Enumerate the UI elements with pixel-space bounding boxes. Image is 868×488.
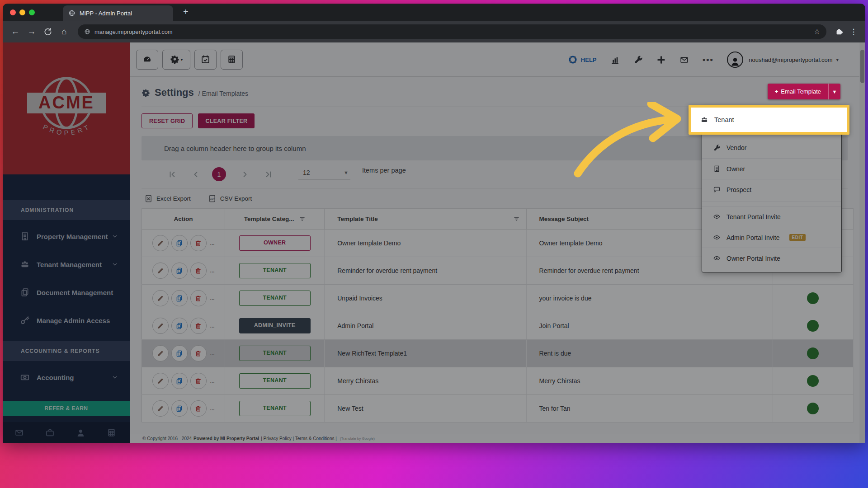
delete-button[interactable] [190, 318, 207, 334]
filter-icon[interactable] [299, 216, 306, 222]
table-row[interactable]: ... TENANT Merry Chirstas Merry Chirstas [142, 367, 854, 395]
dropdown-item-tenant-portal-invite[interactable]: Tenant Portal Invite [702, 206, 841, 227]
new-tab-button[interactable]: + [183, 7, 189, 21]
copy-button[interactable] [171, 290, 188, 306]
dropdown-item-owner[interactable]: Owner [702, 158, 841, 179]
delete-button[interactable] [190, 373, 207, 389]
edit-button[interactable] [152, 235, 169, 251]
edit-button[interactable] [152, 318, 169, 334]
calculator-icon[interactable] [107, 428, 116, 437]
sidebar-item-property-management[interactable]: Property Management [3, 225, 130, 248]
add-email-template-button[interactable]: + Email Template [768, 84, 828, 99]
bookmark-star-icon[interactable]: ☆ [814, 28, 820, 36]
table-row[interactable]: ... TENANT Unpaid Invoices your invoice … [142, 285, 854, 312]
sidebar-item-accounting[interactable]: Accounting [3, 366, 130, 389]
copy-button[interactable] [171, 345, 188, 361]
extensions-puzzle-icon[interactable] [834, 28, 844, 36]
copy-button[interactable] [171, 318, 188, 334]
home-button[interactable]: ⌂ [58, 27, 71, 37]
page-scrollbar[interactable] [859, 42, 865, 443]
user-avatar[interactable] [727, 52, 743, 68]
user-menu-caret-icon[interactable]: ▾ [836, 57, 839, 63]
add-email-template-split-button[interactable]: + Email Template ▼ [768, 84, 840, 99]
excel-export-button[interactable]: Excel Export [144, 194, 191, 203]
first-page-icon[interactable] [168, 170, 177, 179]
dropdown-item-owner-portal-invite[interactable]: Owner Portal Invite [702, 248, 841, 268]
csv-export-button[interactable]: CSV Export [208, 194, 252, 203]
delete-button[interactable] [190, 290, 207, 306]
sidebar-item-tenant-management[interactable]: Tenant Management [3, 253, 130, 276]
edit-button[interactable] [152, 345, 169, 361]
dropdown-item-prospect[interactable]: Prospect [702, 179, 841, 200]
more-actions-icon[interactable]: ... [210, 295, 215, 301]
delete-button[interactable] [190, 263, 207, 279]
previous-page-icon[interactable] [191, 170, 200, 179]
messages-envelope-icon[interactable] [679, 55, 689, 65]
clear-filter-button[interactable]: CLEAR FILTER [198, 113, 255, 128]
refer-and-earn-banner[interactable]: REFER & EARN [3, 401, 130, 416]
dashboard-button[interactable] [136, 50, 158, 70]
column-header-category[interactable]: Template Categ... [225, 209, 325, 230]
dropdown-item-tenant[interactable]: Tenant [691, 108, 847, 132]
delete-button[interactable] [190, 235, 207, 251]
delete-button[interactable] [190, 400, 207, 417]
scrollbar-thumb[interactable] [860, 50, 864, 83]
reports-chart-icon[interactable] [610, 55, 620, 65]
more-actions-icon[interactable]: ... [210, 323, 215, 329]
back-button[interactable]: ← [9, 27, 22, 37]
mail-icon[interactable] [14, 428, 24, 437]
briefcase-icon[interactable] [45, 428, 55, 437]
filter-icon[interactable] [513, 216, 520, 222]
edit-button[interactable] [152, 400, 169, 417]
close-window-button[interactable] [10, 9, 16, 15]
copy-button[interactable] [171, 373, 188, 389]
tools-wrench-icon[interactable] [633, 55, 643, 65]
more-actions-icon[interactable]: ... [210, 267, 215, 274]
settings-menu-button[interactable]: ▾ [162, 50, 190, 70]
copy-button[interactable] [171, 235, 188, 251]
column-header-action[interactable]: Action [142, 209, 225, 230]
pencil-icon [156, 377, 164, 385]
calculator-button[interactable] [221, 50, 243, 70]
more-actions-icon[interactable]: ... [210, 405, 215, 412]
edit-button[interactable] [152, 290, 169, 306]
copy-button[interactable] [171, 400, 188, 417]
more-options-icon[interactable]: ●●● [703, 56, 714, 63]
more-actions-icon[interactable]: ... [210, 350, 215, 357]
forward-button[interactable]: → [25, 27, 38, 37]
template-title-cell: New Test [325, 395, 526, 422]
company-logo[interactable]: ACME PROPERTY [3, 42, 130, 174]
add-template-caret-icon[interactable]: ▼ [828, 84, 840, 99]
maximize-window-button[interactable] [29, 9, 35, 15]
more-actions-icon[interactable]: ... [210, 240, 215, 246]
minimize-window-button[interactable] [19, 9, 25, 15]
person-icon[interactable] [76, 428, 85, 437]
table-row-selected[interactable]: ... TENANT New RichText Template1 Rent i… [142, 340, 854, 367]
sidebar-item-document-management[interactable]: Document Management [3, 281, 130, 304]
sidebar-item-manage-admin-access[interactable]: Manage Admin Access [3, 309, 130, 332]
delete-button[interactable] [190, 345, 207, 361]
dropdown-item-admin-portal-invite[interactable]: Admin Portal Invite EDIT [702, 227, 841, 248]
user-email[interactable]: noushad@mipropertyportal.com [749, 56, 832, 63]
help-button[interactable]: HELP [568, 55, 597, 65]
reset-grid-button[interactable]: RESET GRID [142, 113, 193, 128]
calendar-button[interactable] [194, 50, 217, 70]
edit-button[interactable] [152, 263, 169, 279]
browser-menu-icon[interactable]: ⋮ [848, 27, 859, 37]
copy-button[interactable] [171, 263, 188, 279]
column-header-title[interactable]: Template Title [325, 209, 526, 230]
footer-links[interactable]: | Privacy Policy | Terms & Conditions | [261, 436, 337, 441]
more-actions-icon[interactable]: ... [210, 378, 215, 384]
quick-add-plus-icon[interactable] [656, 55, 666, 65]
reload-button[interactable] [42, 28, 54, 36]
browser-tab[interactable]: MiPP - Admin Portal [63, 5, 173, 21]
last-page-icon[interactable] [264, 170, 273, 179]
table-row[interactable]: ... ADMIN_INVITE Admin Portal Join Porta… [142, 312, 854, 340]
address-bar[interactable]: manage.mipropertyportal.com ☆ [78, 24, 826, 39]
next-page-icon[interactable] [241, 170, 250, 179]
page-size-select[interactable]: 12 ▼ [298, 169, 350, 179]
edit-button[interactable] [152, 373, 169, 389]
table-row[interactable]: ... TENANT New Test Ten for Tan [142, 395, 854, 422]
current-page-button[interactable]: 1 [212, 167, 226, 181]
dropdown-item-vendor[interactable]: Vendor [702, 137, 841, 158]
